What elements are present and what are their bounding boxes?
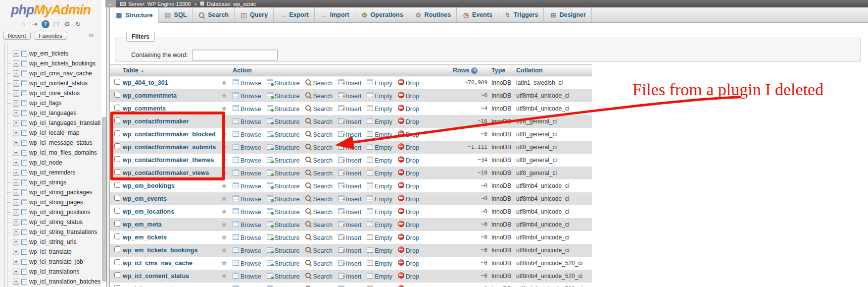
action-empty-link[interactable]: Empty <box>367 131 392 138</box>
row-checkbox[interactable] <box>114 233 120 239</box>
action-drop-link[interactable]: Drop <box>398 106 419 113</box>
action-search-link[interactable]: Search <box>305 234 333 241</box>
action-drop-link[interactable]: Drop <box>398 157 419 164</box>
favorite-star-icon[interactable] <box>221 194 227 203</box>
sidebar-item-wp_icl_languages[interactable]: wp_icl_languages <box>11 108 101 118</box>
action-insert-link[interactable]: Insert <box>338 260 361 267</box>
row-checkbox[interactable] <box>114 130 120 136</box>
action-search-link[interactable]: Search <box>305 144 333 151</box>
sidebar-scrollbar-thumb[interactable] <box>102 117 106 282</box>
expand-icon[interactable] <box>13 160 19 166</box>
favorite-star-icon[interactable] <box>221 220 227 229</box>
sidebar-item-wp_icl_strings[interactable]: wp_icl_strings <box>11 177 101 187</box>
tab-structure[interactable]: Structure <box>110 7 159 23</box>
sidebar-item-wp_icl_node[interactable]: wp_icl_node <box>11 158 101 168</box>
expand-icon[interactable] <box>13 140 19 146</box>
action-browse-link[interactable]: Browse <box>233 80 261 87</box>
action-structure-link[interactable]: Structure <box>267 106 300 113</box>
expand-icon[interactable] <box>13 150 19 156</box>
sidebar-item-wp_icl_mo_files_domains[interactable]: wp_icl_mo_files_domains <box>11 148 101 158</box>
rows-help-icon[interactable] <box>471 67 478 74</box>
action-search-link[interactable]: Search <box>305 170 333 177</box>
row-checkbox[interactable] <box>114 169 120 175</box>
action-browse-link[interactable]: Browse <box>233 209 261 216</box>
action-search-link[interactable]: Search <box>305 209 333 216</box>
table-name-link[interactable]: wp_em_locations <box>123 208 174 215</box>
row-checkbox[interactable] <box>114 156 120 162</box>
row-checkbox[interactable] <box>114 259 120 265</box>
action-drop-link[interactable]: Drop <box>398 222 419 229</box>
action-structure-link[interactable]: Structure <box>267 183 300 190</box>
favorite-star-icon[interactable] <box>221 285 227 287</box>
tab-operations[interactable]: Operations <box>355 7 409 22</box>
table-name-link[interactable]: wp_contactformmaker <box>123 118 189 125</box>
expand-icon[interactable] <box>13 219 19 226</box>
expand-icon[interactable] <box>13 179 19 186</box>
action-empty-link[interactable]: Empty <box>367 80 392 87</box>
action-browse-link[interactable]: Browse <box>233 118 261 125</box>
expand-icon[interactable] <box>13 130 19 136</box>
expand-icon[interactable] <box>13 249 19 255</box>
sidebar-item-wp_icl_string_urls[interactable]: wp_icl_string_urls <box>11 237 101 247</box>
action-search-link[interactable]: Search <box>305 131 333 138</box>
action-search-link[interactable]: Search <box>305 260 333 267</box>
col-header-table[interactable]: Table <box>123 65 221 76</box>
action-drop-link[interactable]: Drop <box>398 209 419 216</box>
table-name-link[interactable]: wp_commentmeta <box>123 92 177 99</box>
containing-word-input[interactable] <box>192 50 278 60</box>
expand-icon[interactable] <box>13 209 19 216</box>
action-empty-link[interactable]: Empty <box>367 247 392 254</box>
action-insert-link[interactable]: Insert <box>338 209 361 216</box>
tab-search[interactable]: Search <box>193 7 235 22</box>
action-browse-link[interactable]: Browse <box>233 260 261 267</box>
favorite-star-icon[interactable] <box>221 181 227 190</box>
action-structure-link[interactable]: Structure <box>267 260 300 267</box>
table-name-link[interactable]: wp_contactformmaker_submits <box>123 144 216 151</box>
sidebar-item-wp_em_tickets_bookings[interactable]: wp_em_tickets_bookings <box>11 58 101 68</box>
reload-icon[interactable]: ↻ <box>74 20 82 28</box>
action-structure-link[interactable]: Structure <box>267 144 300 151</box>
action-insert-link[interactable]: Insert <box>338 118 361 125</box>
table-name-link[interactable]: wp_contactformmaker_themes <box>123 157 214 164</box>
action-search-link[interactable]: Search <box>305 80 333 87</box>
sidebar-item-wp_icl_string_positions[interactable]: wp_icl_string_positions <box>11 207 101 217</box>
table-name-link[interactable]: wp_404_to_301 <box>123 79 168 86</box>
tab-designer[interactable]: Designer <box>544 7 592 22</box>
home-icon[interactable]: ⌂ <box>20 20 28 28</box>
sidebar-item-wp_icl_string_translations[interactable]: wp_icl_string_translations <box>11 227 101 237</box>
action-insert-link[interactable]: Insert <box>338 131 361 138</box>
link-with-main-panel-icon[interactable]: ∞ <box>89 33 94 38</box>
table-name-link[interactable]: wp_icl_core_status <box>123 286 180 287</box>
expand-icon[interactable] <box>13 259 19 265</box>
action-insert-link[interactable]: Insert <box>338 196 361 203</box>
table-name-link[interactable]: wp_em_events <box>123 195 167 202</box>
action-insert-link[interactable]: Insert <box>338 273 361 280</box>
action-browse-link[interactable]: Browse <box>233 222 261 229</box>
action-empty-link[interactable]: Empty <box>367 157 392 164</box>
row-checkbox[interactable] <box>114 221 120 227</box>
row-checkbox[interactable] <box>114 246 120 252</box>
action-browse-link[interactable]: Browse <box>233 247 261 254</box>
col-header-rows[interactable]: Rows <box>453 65 491 76</box>
table-name-link[interactable]: wp_em_tickets_bookings <box>123 247 197 254</box>
action-insert-link[interactable]: Insert <box>338 106 361 113</box>
expand-icon[interactable] <box>13 170 19 176</box>
sidebar-item-wp_icl_languages_translati[interactable]: wp_icl_languages_translati <box>11 118 101 128</box>
action-structure-link[interactable]: Structure <box>267 170 300 177</box>
logout-icon[interactable]: ⇥ <box>31 20 39 28</box>
expand-icon[interactable] <box>13 120 19 126</box>
favorite-star-icon[interactable] <box>221 169 227 177</box>
action-insert-link[interactable]: Insert <box>338 93 361 100</box>
panel-divider[interactable] <box>106 0 110 287</box>
action-browse-link[interactable]: Browse <box>233 106 261 113</box>
action-search-link[interactable]: Search <box>305 196 333 203</box>
action-structure-link[interactable]: Structure <box>267 118 300 125</box>
sidebar-item-wp_icl_string_pages[interactable]: wp_icl_string_pages <box>11 197 101 207</box>
expand-icon[interactable] <box>13 269 19 275</box>
tab-import[interactable]: Import <box>315 7 355 22</box>
table-name-link[interactable]: wp_icl_content_status <box>123 273 189 280</box>
table-name-link[interactable]: wp_contactformmaker_views <box>123 170 209 176</box>
expand-icon[interactable] <box>13 70 19 77</box>
tab-routines[interactable]: Routines <box>409 7 457 22</box>
sidebar-item-wp_icl_cms_nav_cache[interactable]: wp_icl_cms_nav_cache <box>11 68 101 78</box>
